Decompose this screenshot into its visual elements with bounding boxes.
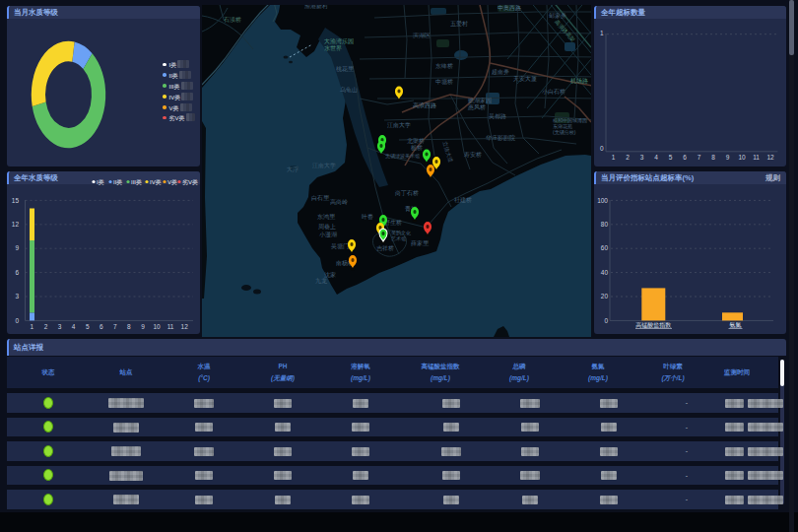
svg-text:高锰酸盐指数: 高锰酸盐指数 <box>635 321 671 329</box>
svg-text:高尚岭: 高尚岭 <box>330 198 348 206</box>
svg-text:东绛桥: 东绛桥 <box>435 62 453 69</box>
svg-text:石渎桥: 石渎桥 <box>223 16 241 24</box>
svg-text:12: 12 <box>181 323 189 330</box>
svg-text:3: 3 <box>15 293 19 299</box>
svg-text:叶春: 叶春 <box>362 214 373 221</box>
svg-text:小白石桥: 小白石桥 <box>542 88 565 96</box>
svg-text:艺术馆: 艺术馆 <box>391 235 406 241</box>
svg-text:40: 40 <box>601 269 609 276</box>
svg-text:劣V类: 劣V类 <box>182 179 198 186</box>
svg-text:0: 0 <box>604 317 608 324</box>
svg-text:2: 2 <box>626 154 630 161</box>
svg-text:3: 3 <box>640 154 644 161</box>
svg-text:I类: I类 <box>97 179 104 185</box>
svg-text:2: 2 <box>44 323 48 330</box>
svg-text:4: 4 <box>72 323 76 330</box>
svg-text:1: 1 <box>612 154 616 161</box>
svg-text:乌龟山: 乌龟山 <box>340 87 358 94</box>
svg-text:惠风桥: 惠风桥 <box>467 104 486 110</box>
svg-text:江南大学: 江南大学 <box>387 121 411 128</box>
svg-text:12: 12 <box>12 221 20 228</box>
svg-text:东鸿里: 东鸿里 <box>317 213 336 220</box>
svg-text:1: 1 <box>600 30 604 36</box>
svg-text:IV类: IV类 <box>150 179 162 185</box>
svg-text:6: 6 <box>683 154 687 161</box>
svg-text:华庄影剧院: 华庄影剧院 <box>486 134 515 142</box>
svg-text:V类: V类 <box>167 179 177 185</box>
svg-text:周巷上: 周巷上 <box>318 224 336 230</box>
svg-text:沈家: 沈家 <box>324 271 336 279</box>
svg-text:4: 4 <box>654 154 658 161</box>
svg-text:天安大厦: 天安大厦 <box>513 75 537 83</box>
svg-text:11: 11 <box>753 154 760 161</box>
svg-text:水世界: 水世界 <box>324 45 342 51</box>
svg-text:吴塘门: 吴塘门 <box>331 242 349 250</box>
svg-text:100: 100 <box>597 197 608 204</box>
svg-text:12: 12 <box>766 154 774 161</box>
svg-text:立信大道: 立信大道 <box>441 141 455 165</box>
svg-text:60: 60 <box>601 244 609 251</box>
svg-text:9: 9 <box>726 154 730 161</box>
svg-text:80: 80 <box>601 221 609 228</box>
svg-text:大渔湾乐园: 大渔湾乐园 <box>324 37 354 45</box>
svg-text:7: 7 <box>113 323 117 330</box>
svg-text:6: 6 <box>15 269 19 276</box>
svg-text:中塘桥: 中塘桥 <box>435 78 453 86</box>
svg-text:氨氮: 氨氮 <box>730 321 742 328</box>
svg-text:0: 0 <box>600 145 604 152</box>
svg-text:机场路: 机场路 <box>570 78 588 85</box>
svg-text:白石里: 白石里 <box>311 194 330 202</box>
svg-text:滨湖区: 滨湖区 <box>413 32 431 38</box>
svg-text:寿安桥: 寿安桥 <box>463 151 482 158</box>
svg-text:8: 8 <box>127 323 131 330</box>
svg-text:5: 5 <box>669 154 673 161</box>
svg-text:超南弄: 超南弄 <box>492 68 509 76</box>
svg-text:15: 15 <box>12 197 20 204</box>
svg-text:10: 10 <box>153 323 161 330</box>
svg-text:吴都路: 吴都路 <box>489 113 506 120</box>
svg-text:5: 5 <box>86 323 90 330</box>
svg-text:九龙: 九龙 <box>315 278 327 284</box>
svg-text:小漫湖: 小漫湖 <box>319 231 337 237</box>
svg-text:9: 9 <box>15 244 19 251</box>
svg-text:II类: II类 <box>113 179 122 185</box>
svg-text:尚丁石桥: 尚丁石桥 <box>395 189 419 197</box>
svg-text:6: 6 <box>100 323 103 330</box>
svg-text:大浮: 大浮 <box>287 166 299 172</box>
svg-text:赡湖家园: 赡湖家园 <box>468 97 492 104</box>
svg-text:8: 8 <box>711 154 715 161</box>
svg-text:0: 0 <box>15 317 19 324</box>
svg-text:10: 10 <box>738 154 746 161</box>
svg-text:9: 9 <box>141 323 145 330</box>
svg-text:III类: III类 <box>131 179 142 185</box>
svg-text:吉祥桥: 吉祥桥 <box>376 245 394 252</box>
svg-text:无锡绿波美术馆: 无锡绿波美术馆 <box>385 153 420 160</box>
svg-text:五爱村: 五爱村 <box>450 20 468 28</box>
svg-text:(无锡分校): (无锡分校) <box>553 129 576 136</box>
svg-text:桃花里: 桃花里 <box>336 66 355 73</box>
svg-text:7: 7 <box>698 154 701 161</box>
svg-text:3: 3 <box>58 323 62 330</box>
svg-text:20: 20 <box>601 293 609 299</box>
svg-text:1: 1 <box>31 323 34 330</box>
svg-text:邹家弄: 邹家弄 <box>549 12 566 19</box>
svg-text:薛家里: 薛家里 <box>411 239 430 246</box>
svg-text:中奥西路: 中奥西路 <box>498 5 521 12</box>
svg-text:北渠桥: 北渠桥 <box>407 137 425 145</box>
svg-text:11: 11 <box>167 323 174 330</box>
svg-text:栀桥: 栀桥 <box>411 145 423 152</box>
svg-text:社建桥: 社建桥 <box>454 197 472 204</box>
svg-text:江南大学: 江南大学 <box>312 162 336 168</box>
svg-text:高浪西路: 高浪西路 <box>413 101 436 109</box>
